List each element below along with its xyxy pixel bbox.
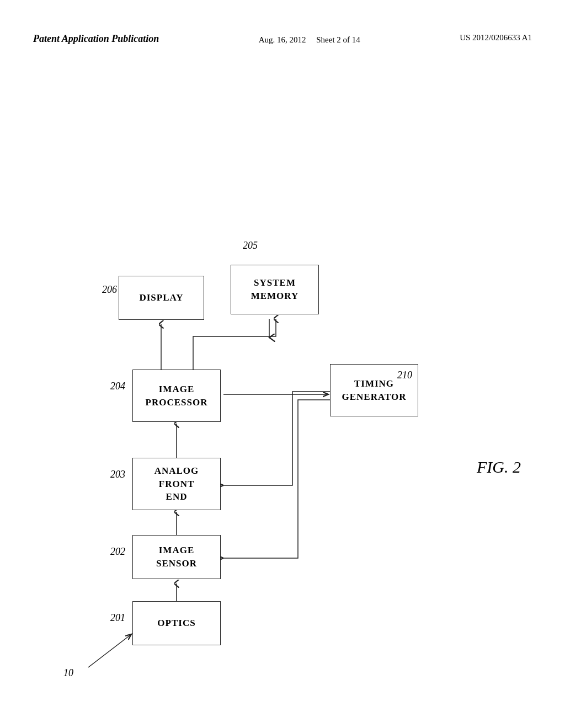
processor-ref: 204 xyxy=(110,381,125,392)
processor-block: IMAGE PROCESSOR xyxy=(132,370,221,422)
sensor-block: IMAGE SENSOR xyxy=(132,535,221,579)
header-center: Aug. 16, 2012 Sheet 2 of 14 xyxy=(259,33,360,46)
memory-block: SYSTEM MEMORY xyxy=(231,265,319,314)
timing-ref: 210 xyxy=(397,370,412,381)
memory-ref: 205 xyxy=(243,240,258,251)
publication-title: Patent Application Publication xyxy=(33,33,159,45)
sheet: Sheet 2 of 14 xyxy=(316,35,360,44)
display-ref: 206 xyxy=(102,284,117,296)
optics-block: OPTICS xyxy=(132,601,221,645)
sensor-ref: 202 xyxy=(110,546,125,558)
date: Aug. 16, 2012 xyxy=(259,35,306,44)
analog-block: ANALOG FRONT END xyxy=(132,458,221,510)
header: Patent Application Publication Aug. 16, … xyxy=(0,33,565,46)
display-block: DISPLAY xyxy=(119,276,204,320)
diagram: OPTICS 201 IMAGE SENSOR 202 ANALOG FRONT… xyxy=(0,83,565,695)
arrows-svg xyxy=(0,83,565,695)
fig-label: FIG. 2 xyxy=(477,458,521,477)
svg-line-6 xyxy=(88,634,131,667)
system-ref-label: 10 xyxy=(63,667,73,679)
analog-ref: 203 xyxy=(110,469,125,480)
patent-number: US 2012/0206633 A1 xyxy=(460,33,532,42)
optics-ref: 201 xyxy=(110,612,125,624)
